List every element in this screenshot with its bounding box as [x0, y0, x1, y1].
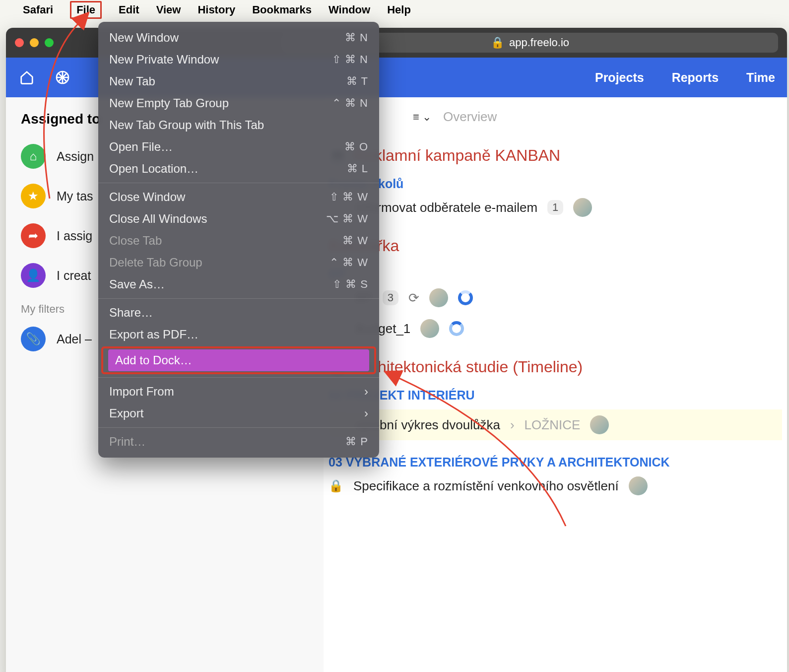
task-breadcrumb: LOŽNICE: [525, 417, 581, 433]
wheel-icon[interactable]: [54, 68, 71, 86]
menubar-bookmarks[interactable]: Bookmarks: [252, 3, 312, 16]
menubar-help[interactable]: Help: [387, 3, 411, 16]
paperclip-icon: 📎: [21, 327, 46, 351]
menu-item[interactable]: Close All Windows⌥ ⌘ W: [98, 208, 379, 230]
menu-item[interactable]: Save As…⇧ ⌘ S: [98, 273, 379, 295]
section-label[interactable]: 02 PROJEKT INTERIÉRU: [329, 388, 782, 403]
progress-ring-icon: [458, 290, 473, 305]
menu-item: Print…⌘ P: [98, 431, 379, 453]
menu-item: Close Tab⌘ W: [98, 230, 379, 252]
menubar-edit[interactable]: Edit: [119, 3, 139, 16]
sidebar-item-label: I assig: [57, 229, 92, 243]
chevron-right-icon: ›: [510, 417, 515, 433]
sidebar-item-label: I creat: [57, 269, 91, 283]
task-row[interactable]: 🔒 Specifikace a rozmístění venkovního os…: [329, 476, 782, 495]
avatar[interactable]: [573, 198, 592, 217]
sort-icon[interactable]: ≡ ⌄: [413, 111, 431, 124]
nav-time[interactable]: Time: [746, 70, 775, 85]
person-icon: 👤: [21, 263, 46, 288]
menu-item[interactable]: New Private Window⇧ ⌘ N: [98, 49, 379, 70]
lock-icon: 🔒: [329, 479, 343, 493]
project-title[interactable]: 💻 Reklamní kampaně KANBAN: [329, 146, 782, 165]
nav-projects[interactable]: Projects: [595, 70, 644, 85]
menu-item[interactable]: New Window⌘ N: [98, 27, 379, 49]
close-window-icon[interactable]: [15, 38, 24, 47]
menu-item[interactable]: Share…: [98, 302, 379, 324]
minimize-window-icon[interactable]: [30, 38, 39, 47]
avatar[interactable]: [429, 288, 448, 307]
avatar[interactable]: [420, 319, 439, 338]
menu-item[interactable]: Export›: [98, 403, 379, 424]
task-row[interactable]: Budget_1: [329, 319, 782, 338]
menu-item[interactable]: New Tab⌘ T: [98, 70, 379, 92]
tabs-row: ≡ ⌄ Overview: [329, 109, 782, 125]
sidebar-item-label: My tas: [57, 189, 93, 203]
menu-item[interactable]: Close Window⇧ ⌘ W: [98, 186, 379, 208]
tab-overview[interactable]: Overview: [443, 109, 497, 125]
section-label[interactable]: BP: [329, 267, 782, 281]
menubar-file[interactable]: File: [70, 1, 102, 19]
progress-ring-icon: [449, 321, 464, 336]
task-row[interactable]: Informovat odběratele e-mailem 1: [329, 198, 782, 217]
menu-item[interactable]: New Tab Group with This Tab: [98, 114, 379, 136]
menu-item[interactable]: Export as PDF…: [98, 324, 379, 345]
project-title[interactable]: 🏠 Architektonická studie (Timeline): [329, 358, 782, 376]
fullscreen-window-icon[interactable]: [45, 38, 54, 47]
task-row[interactable]: BP 3 ⟳: [329, 288, 782, 307]
home-filled-icon: ⌂: [21, 144, 46, 169]
menu-item[interactable]: New Empty Tab Group⌃ ⌘ N: [98, 92, 379, 114]
sidebar-item-label: Assign: [57, 149, 94, 164]
chevron-right-icon: ›: [364, 406, 368, 420]
menubar-app-name[interactable]: Safari: [23, 3, 53, 16]
count-badge: 3: [383, 290, 398, 305]
menubar-view[interactable]: View: [156, 3, 181, 16]
task-name: Specifikace a rozmístění venkovního osvě…: [353, 478, 619, 494]
menu-item-add-to-dock[interactable]: Add to Dock…: [108, 349, 369, 371]
menu-item[interactable]: Open File…⌘ O: [98, 136, 379, 158]
home-icon[interactable]: [18, 68, 36, 86]
star-icon: ★: [21, 184, 46, 208]
refresh-icon[interactable]: ⟳: [408, 290, 419, 306]
menubar-history[interactable]: History: [197, 3, 235, 16]
avatar[interactable]: [590, 415, 609, 434]
file-menu-dropdown: New Window⌘ NNew Private Window⇧ ⌘ NNew …: [98, 22, 379, 458]
traffic-lights: [15, 38, 54, 47]
mac-menubar: Safari File Edit View History Bookmarks …: [0, 0, 789, 20]
nav-reports[interactable]: Reports: [672, 70, 719, 85]
menu-item: Delete Tab Group⌃ ⌘ W: [98, 252, 379, 273]
menu-item[interactable]: Import From›: [98, 381, 379, 403]
section-label[interactable]: 03 VYBRANÉ EXTERIÉROVÉ PRVKY A ARCHITEKT…: [329, 455, 782, 470]
url-text: app.freelo.io: [509, 36, 569, 49]
task-row[interactable]: výrobní výkres dvoulůžka › LOŽNICE: [329, 409, 782, 440]
avatar[interactable]: [629, 476, 648, 495]
section-label[interactable]: Fronta úkolů: [329, 177, 782, 191]
menubar-window[interactable]: Window: [329, 3, 370, 16]
lock-icon: 🔒: [491, 36, 504, 49]
share-icon: ➦: [21, 223, 46, 248]
menu-item[interactable]: Open Location…⌘ L: [98, 158, 379, 180]
chevron-right-icon: ›: [364, 385, 368, 399]
task-name: Informovat odběratele e-mailem: [355, 200, 537, 215]
sidebar-item-label: Adel –: [57, 332, 92, 346]
content-area: ≡ ⌄ Overview 💻 Reklamní kampaně KANBAN F…: [324, 97, 787, 672]
project-title[interactable]: Bakalářka: [329, 237, 782, 255]
count-badge: 1: [547, 200, 563, 215]
